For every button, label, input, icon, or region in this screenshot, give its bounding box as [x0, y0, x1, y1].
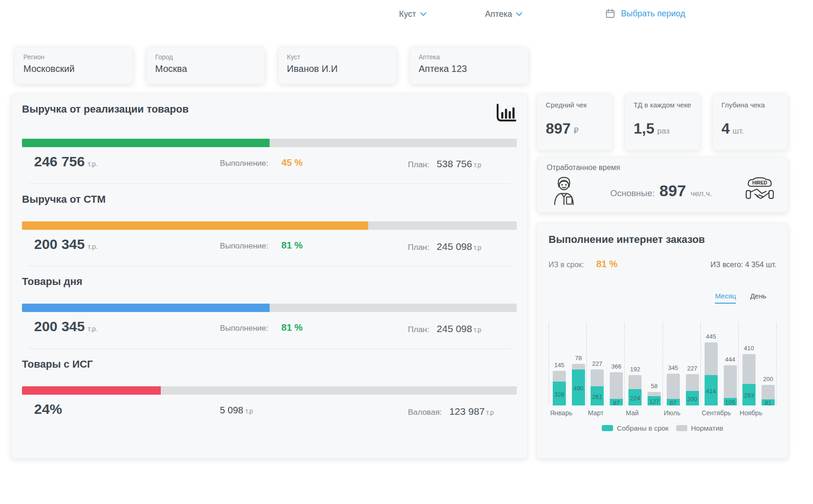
- bar-norm-value: 58: [651, 383, 657, 390]
- bar-segment-norm: [553, 371, 566, 382]
- plan-value: 123 987: [447, 406, 485, 417]
- progress-track: [22, 386, 517, 395]
- section-mid: 5 098т.р: [220, 401, 408, 416]
- section-value: 246 756т.р.: [22, 154, 220, 170]
- kust-dropdown[interactable]: Куст: [399, 9, 427, 19]
- tab-месяц[interactable]: Месяц: [715, 292, 736, 304]
- legend-item-in-time: Собраны в срок: [602, 424, 669, 432]
- completion-value: 45 %: [281, 157, 303, 168]
- orders-total: ИЗ всего: 4 354 шт.: [711, 261, 777, 269]
- x-axis-month-label: Май: [626, 409, 638, 417]
- bar-norm-value: 410: [744, 345, 754, 352]
- plan-label: План:: [408, 160, 429, 169]
- filter-card-регион[interactable]: РегионМосковский: [14, 47, 133, 84]
- chart-month-group: 445414444105Сентябрь: [700, 322, 738, 405]
- chart-bar: 227200: [686, 374, 699, 405]
- plan-unit: т.р: [473, 244, 481, 251]
- chart-bar: 192224: [628, 375, 642, 405]
- chart-month-group: 41029320081Ноябрь: [738, 322, 776, 405]
- filter-card-аптека[interactable]: АптекаАптека 123: [410, 47, 528, 84]
- bar-in-time-value: 87: [670, 399, 676, 406]
- bar-in-time-value: 87: [613, 399, 620, 406]
- chart-month-group: 14532878490Январь: [549, 322, 586, 405]
- plan-unit: т.р: [473, 326, 481, 334]
- section-value-unit: т.р.: [87, 160, 98, 168]
- progress-fill: [22, 304, 270, 312]
- chart-bar: 410293: [742, 354, 756, 405]
- worked-time-unit: чел.ч.: [691, 189, 712, 199]
- progress-fill: [22, 139, 270, 147]
- section-plan: План: 245 098т.р: [408, 236, 497, 254]
- bar-in-time-value: 293: [744, 392, 754, 399]
- bar-in-time-value: 224: [630, 395, 640, 402]
- kpi-unit: ₽: [573, 127, 578, 135]
- revenue-section-1: Выручка от реализации товаров246 756т.р.…: [22, 103, 517, 171]
- kpi-card-row: Средний чек897₽ТД в каждом чеке1,5разГлу…: [537, 93, 788, 150]
- bar-norm-value: 200: [763, 376, 773, 383]
- filter-card-город[interactable]: ГородМосква: [146, 47, 265, 84]
- filter-value: Аптека 123: [419, 64, 520, 74]
- bar-segment-norm: [572, 364, 585, 369]
- chart-legend: Собраны в срокНорматив: [549, 424, 777, 432]
- filter-value: Иванов И.И: [287, 64, 388, 74]
- bar-norm-value: 345: [668, 364, 678, 371]
- completion-value: 5 098: [220, 405, 243, 415]
- apteka-dropdown[interactable]: Аптека: [485, 9, 522, 19]
- progress-track: [22, 304, 517, 312]
- revenue-section-2: Выручка от СТМ200 345т.р.Выполнение:81 %…: [22, 193, 517, 254]
- section-mid: Выполнение:81 %: [220, 319, 408, 333]
- progress-track: [22, 139, 517, 147]
- section-divider: [29, 184, 510, 184]
- worked-time-title: Отработанное время: [547, 163, 778, 172]
- select-period-button[interactable]: Выбрать период: [605, 8, 685, 19]
- filter-label: Регион: [23, 53, 124, 61]
- orders-in-time-value: 81 %: [596, 259, 618, 269]
- section-value: 200 345т.р.: [22, 236, 220, 252]
- x-axis-month-label: Июль: [664, 409, 681, 417]
- progress-fill: [22, 386, 161, 395]
- filter-value: Московский: [23, 64, 124, 74]
- worked-time-card: Отработанное время Основные: 897 чел.ч. …: [537, 157, 788, 213]
- chart-month-group: 19222458127Май: [624, 322, 662, 405]
- chart-bar: 445414: [705, 342, 718, 405]
- period-tabs: МесяцДень: [549, 292, 777, 304]
- section-value: 24%: [22, 401, 220, 417]
- chart-bar: 78490: [572, 364, 585, 405]
- section-title: Выручка от реализации товаров: [22, 103, 189, 115]
- bar-norm-value: 145: [554, 362, 564, 369]
- kpi-card-3: Глубина чека4шт.: [713, 93, 788, 150]
- bar-in-time-value: 105: [725, 399, 735, 406]
- bar-segment-norm: [610, 372, 623, 399]
- chart-bar: 145328: [553, 371, 566, 405]
- bar-norm-value: 445: [706, 333, 716, 340]
- internet-orders-panel: Выполнение интернет заказов ИЗ в срок: 8…: [537, 223, 788, 459]
- x-axis-month-label: Ноябрь: [740, 409, 763, 417]
- tab-день[interactable]: День: [750, 292, 766, 304]
- bar-segment-norm: [667, 374, 680, 399]
- x-axis-month-label: Январь: [550, 409, 572, 417]
- filter-value: Москва: [155, 64, 256, 74]
- chart-bar: 36687: [610, 372, 623, 405]
- bar-segment-norm: [705, 342, 718, 375]
- kpi-card-1: Средний чек897₽: [537, 93, 613, 150]
- bar-segment-norm: [762, 385, 775, 399]
- section-plan: План: 245 098т.р: [408, 319, 497, 336]
- completion-value: 81 %: [281, 322, 303, 333]
- bar-norm-value: 227: [592, 360, 602, 367]
- chart-bar: 58127: [648, 392, 661, 405]
- orders-panel-title: Выполнение интернет заказов: [549, 234, 777, 246]
- orders-in-time-label: ИЗ в срок:: [549, 261, 584, 269]
- bar-norm-value: 227: [687, 365, 698, 372]
- section-title: Товары с ИСГ: [22, 358, 93, 370]
- chart-month-group: 22726136687Март: [586, 322, 624, 405]
- calendar-icon: [605, 8, 615, 19]
- hired-handshake-icon: HIRED: [745, 177, 775, 205]
- filter-card-куст[interactable]: КустИванов И.И: [278, 47, 397, 84]
- bar-segment-norm: [724, 365, 737, 398]
- bar-segment-norm: [686, 374, 699, 391]
- bar-chart-icon[interactable]: [495, 103, 517, 123]
- chart-bar: 34587: [667, 374, 680, 405]
- section-divider: [29, 348, 510, 349]
- section-value: 200 345т.р.: [22, 319, 220, 334]
- chart-bar: 444105: [724, 365, 737, 405]
